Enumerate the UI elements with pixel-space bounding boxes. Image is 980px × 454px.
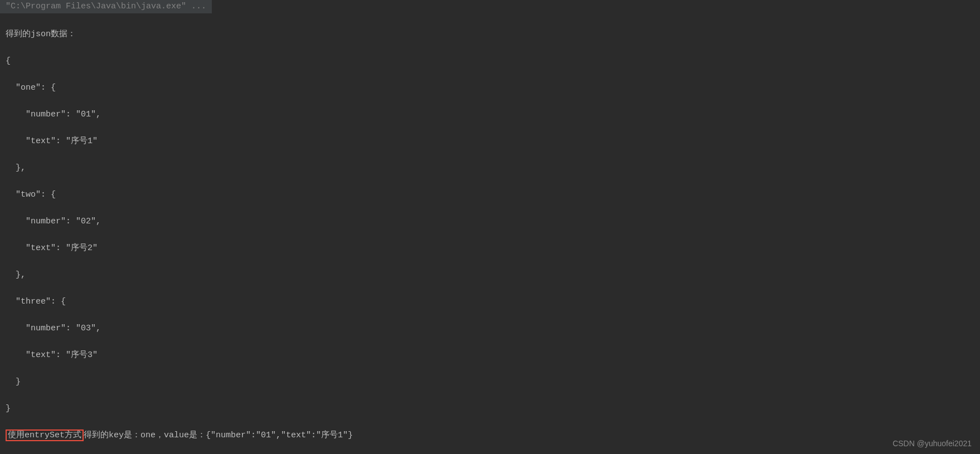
json-line: { [6, 55, 974, 68]
json-line: "one": { [6, 81, 974, 95]
json-line: }, [6, 269, 974, 282]
json-line: "text": "序号2" [6, 242, 974, 255]
json-line: "text": "序号1" [6, 135, 974, 148]
command-header: "C:\Program Files\Java\bin\java.exe" ... [0, 0, 212, 13]
json-line: "number": "01", [6, 108, 974, 121]
console-output: 得到的json数据： { "one": { "number": "01", "t… [0, 14, 980, 454]
json-line: }, [6, 162, 974, 175]
json-line: "number": "03", [6, 322, 974, 335]
json-line: "three": { [6, 295, 974, 309]
entryset-line-1: 使用entrySet方式得到的key是：one，value是：{"number"… [6, 429, 974, 442]
json-line: "text": "序号3" [6, 349, 974, 362]
json-line: } [6, 402, 974, 416]
json-line: "two": { [6, 188, 974, 202]
json-header-line: 得到的json数据： [6, 28, 974, 41]
json-line: } [6, 375, 974, 389]
json-line: "number": "02", [6, 215, 974, 228]
entryset-rest: 得到的key是：one，value是：{"number":"01","text"… [84, 431, 353, 440]
entryset-highlight: 使用entrySet方式 [6, 429, 84, 441]
watermark: CSDN @yuhuofei2021 [892, 437, 972, 450]
